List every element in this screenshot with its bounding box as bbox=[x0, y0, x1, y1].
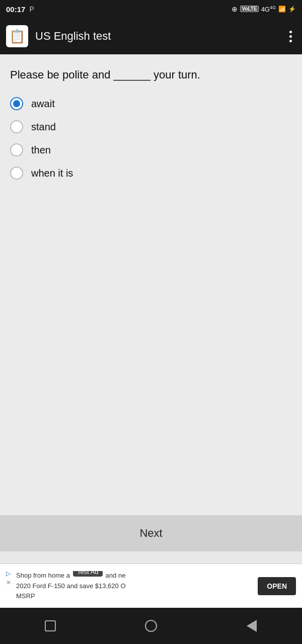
recent-apps-icon bbox=[45, 620, 56, 631]
question-text: Please be polite and ______ your turn. bbox=[10, 66, 292, 83]
next-button[interactable]: Next bbox=[0, 515, 302, 551]
home-icon bbox=[145, 620, 157, 632]
ad-line1: Shop from home a bbox=[16, 571, 70, 580]
back-button[interactable] bbox=[240, 614, 264, 638]
recent-apps-button[interactable] bbox=[38, 614, 62, 638]
status-time: 00:17 bbox=[6, 5, 25, 14]
battery-icon: ⚡ bbox=[288, 6, 296, 13]
ad-banner: ▷ ✕ Shop from home a Test Ad and ne 2020… bbox=[0, 564, 302, 608]
status-left: 00:17 P bbox=[6, 5, 34, 14]
option-label-await: await bbox=[31, 98, 55, 110]
app-title: US English test bbox=[35, 30, 278, 43]
carrier-indicator: P bbox=[29, 5, 34, 13]
home-button[interactable] bbox=[139, 614, 163, 638]
next-button-label: Next bbox=[139, 527, 162, 540]
radio-await[interactable] bbox=[10, 97, 23, 110]
app-bar: 📋 US English test bbox=[0, 18, 302, 54]
ad-play-icon: ▷ bbox=[6, 570, 11, 577]
dot1 bbox=[289, 31, 292, 33]
status-bar: 00:17 P ⊕ VoLTE 4G4G 📶 ⚡ bbox=[0, 0, 302, 18]
ad-line1-suffix: and ne bbox=[106, 571, 126, 580]
radio-stand[interactable] bbox=[10, 120, 23, 133]
radio-inner-await bbox=[13, 100, 20, 107]
ad-line3: MSRP bbox=[16, 592, 253, 601]
ad-badge: Test Ad bbox=[73, 571, 103, 577]
radio-then[interactable] bbox=[10, 143, 23, 156]
nav-bar bbox=[0, 608, 302, 644]
ad-icons: ▷ ✕ bbox=[6, 568, 11, 586]
option-then[interactable]: then bbox=[10, 143, 292, 156]
main-content: Please be polite and ______ your turn. a… bbox=[0, 54, 302, 515]
app-icon: 📋 bbox=[6, 25, 28, 47]
signal-icon: 📶 bbox=[278, 6, 286, 13]
more-vert-icon[interactable] bbox=[285, 27, 296, 46]
volte-badge: VoLTE bbox=[240, 6, 258, 12]
ad-content: Shop from home a Test Ad and ne 2020 For… bbox=[16, 571, 253, 601]
network-label: 4G4G bbox=[261, 5, 276, 13]
options-list: await stand then when it is bbox=[10, 97, 292, 180]
app-icon-symbol: 📋 bbox=[9, 29, 25, 44]
option-label-stand: stand bbox=[31, 121, 56, 133]
option-label-when-it-is: when it is bbox=[31, 168, 73, 179]
option-label-then: then bbox=[31, 144, 51, 156]
status-right: ⊕ VoLTE 4G4G 📶 ⚡ bbox=[232, 5, 296, 13]
dot2 bbox=[289, 35, 292, 38]
ad-close-icon: ✕ bbox=[6, 579, 11, 586]
content-spacer bbox=[10, 180, 292, 515]
back-icon bbox=[247, 620, 257, 632]
circle-plus-icon: ⊕ bbox=[232, 5, 238, 13]
ad-open-button[interactable]: OPEN bbox=[258, 577, 296, 595]
option-await[interactable]: await bbox=[10, 97, 292, 110]
option-stand[interactable]: stand bbox=[10, 120, 292, 133]
ad-top-row: Shop from home a Test Ad and ne bbox=[16, 571, 253, 581]
dot3 bbox=[289, 40, 292, 42]
ad-line2: 2020 Ford F-150 and save $13,620 O bbox=[16, 582, 253, 591]
radio-when-it-is[interactable] bbox=[10, 167, 23, 180]
spacer-below-next bbox=[0, 551, 302, 564]
option-when-it-is[interactable]: when it is bbox=[10, 167, 292, 180]
